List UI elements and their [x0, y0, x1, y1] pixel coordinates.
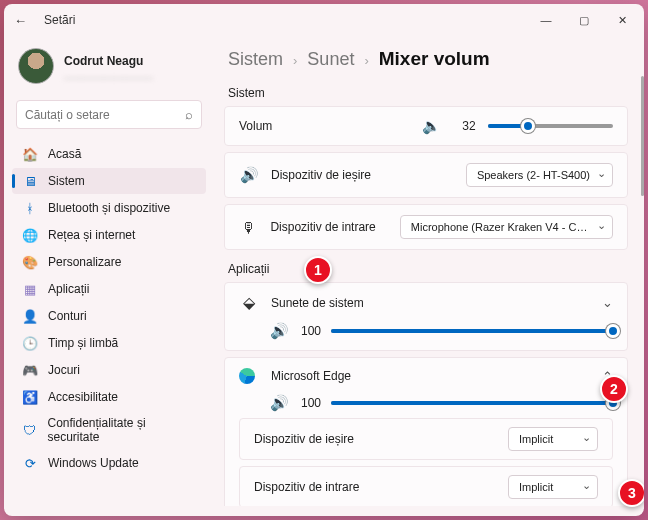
minimize-button[interactable]: —	[534, 14, 558, 27]
volume-label: Volum	[239, 119, 272, 133]
volume-card: Volum 🔈 32	[224, 106, 628, 146]
close-button[interactable]: ✕	[610, 14, 634, 27]
search-box[interactable]: ⌕	[16, 100, 202, 129]
breadcrumb: Sistem › Sunet › Mixer volum	[224, 40, 634, 84]
volume-slider[interactable]	[488, 124, 613, 128]
sidebar-item-8[interactable]: 🎮Jocuri	[12, 357, 206, 383]
nav-icon: ᚼ	[22, 200, 38, 216]
annotation-badge-2: 2	[600, 375, 628, 403]
app-out-label: Dispozitiv de ieșire	[254, 432, 496, 446]
sidebar-item-7[interactable]: 🕒Timp și limbă	[12, 330, 206, 356]
profile-name: Codrut Neagu	[64, 54, 153, 68]
chevron-right-icon: ›	[293, 53, 297, 68]
speaker-device-icon: ⬙	[243, 294, 255, 311]
speaker-icon[interactable]: 🔊	[269, 394, 289, 412]
sidebar-item-9[interactable]: ♿Accesibilitate	[12, 384, 206, 410]
nav-label: Accesibilitate	[48, 390, 118, 404]
profile-email: ________________	[64, 68, 153, 79]
nav-icon: 🛡	[22, 422, 37, 438]
output-device-card: 🔊 Dispozitiv de ieșire Speakers (2- HT-S…	[224, 152, 628, 198]
nav-icon: 🕒	[22, 335, 38, 351]
nav-label: Confidențialitate și securitate	[47, 416, 196, 444]
annotation-badge-1: 1	[304, 256, 332, 284]
nav-icon: 🌐	[22, 227, 38, 243]
nav-label: Acasă	[48, 147, 81, 161]
sidebar-item-6[interactable]: 👤Conturi	[12, 303, 206, 329]
app-name: Microsoft Edge	[271, 369, 590, 383]
app-block-0: ⬙ Sunete de sistem ⌄ 🔊 100	[224, 282, 628, 351]
nav-label: Windows Update	[48, 456, 139, 470]
input-device-card: 🎙 Dispozitiv de intrare Microphone (Raze…	[224, 204, 628, 250]
app-name: Sunete de sistem	[271, 296, 590, 310]
crumb-current: Mixer volum	[379, 48, 490, 70]
nav-label: Timp și limbă	[48, 336, 118, 350]
annotation-badge-3: 3	[618, 479, 644, 507]
section-sistem: Sistem	[224, 84, 628, 106]
sidebar-item-5[interactable]: ▦Aplicații	[12, 276, 206, 302]
app-out-select[interactable]: Implicit	[508, 427, 598, 451]
chevron-down-icon[interactable]: ⌄	[602, 295, 613, 310]
speaker-icon[interactable]: 🔈	[422, 117, 442, 135]
sidebar-item-0[interactable]: 🏠Acasă	[12, 141, 206, 167]
crumb-sunet[interactable]: Sunet	[307, 49, 354, 70]
app-out-device-row: Dispozitiv de ieșire Implicit	[239, 418, 613, 460]
crumb-sistem[interactable]: Sistem	[228, 49, 283, 70]
search-input[interactable]	[25, 108, 179, 122]
sidebar-item-3[interactable]: 🌐Rețea și internet	[12, 222, 206, 248]
profile[interactable]: Codrut Neagu ________________	[12, 42, 206, 98]
app-in-select[interactable]: Implicit	[508, 475, 598, 499]
nav-icon: 👤	[22, 308, 38, 324]
nav-label: Sistem	[48, 174, 85, 188]
sidebar-item-1[interactable]: 🖥Sistem	[12, 168, 206, 194]
section-apps: Aplicații	[224, 260, 628, 282]
back-button[interactable]: ←	[14, 13, 34, 28]
sidebar-item-4[interactable]: 🎨Personalizare	[12, 249, 206, 275]
nav-label: Rețea și internet	[48, 228, 135, 242]
microphone-icon: 🎙	[239, 219, 258, 236]
nav-icon: 🎨	[22, 254, 38, 270]
nav-label: Bluetooth și dispozitive	[48, 201, 170, 215]
nav-icon: ▦	[22, 281, 38, 297]
app-block-1: Microsoft Edge ⌃ 🔊 100 Dispozitiv de ieș…	[224, 357, 628, 506]
nav-icon: ⟳	[22, 455, 38, 471]
app-in-device-row: Dispozitiv de intrare Implicit	[239, 466, 613, 506]
app-volume-slider[interactable]	[331, 329, 613, 333]
scrollbar[interactable]	[638, 76, 644, 508]
output-device-select[interactable]: Speakers (2- HT-S400)	[466, 163, 613, 187]
search-icon: ⌕	[185, 107, 193, 122]
nav-label: Jocuri	[48, 363, 80, 377]
app-volume-slider[interactable]	[331, 401, 613, 405]
edge-icon	[239, 368, 255, 384]
volume-value: 32	[454, 119, 476, 133]
out-device-label: Dispozitiv de ieșire	[271, 168, 371, 182]
chevron-right-icon: ›	[364, 53, 368, 68]
sidebar-item-10[interactable]: 🛡Confidențialitate și securitate	[12, 411, 206, 449]
nav-icon: ♿	[22, 389, 38, 405]
app-vol-num: 100	[299, 324, 321, 338]
nav-label: Aplicații	[48, 282, 89, 296]
nav-label: Personalizare	[48, 255, 121, 269]
avatar	[18, 48, 54, 84]
nav-icon: 🎮	[22, 362, 38, 378]
nav-label: Conturi	[48, 309, 87, 323]
app-in-label: Dispozitiv de intrare	[254, 480, 496, 494]
speaker-icon[interactable]: 🔊	[269, 322, 289, 340]
input-device-select[interactable]: Microphone (Razer Kraken V4 - Chat)	[400, 215, 613, 239]
sidebar-item-11[interactable]: ⟳Windows Update	[12, 450, 206, 476]
nav-icon: 🖥	[22, 173, 38, 189]
nav-icon: 🏠	[22, 146, 38, 162]
speaker-icon: 🔊	[239, 166, 259, 184]
maximize-button[interactable]: ▢	[572, 14, 596, 27]
sidebar-item-2[interactable]: ᚼBluetooth și dispozitive	[12, 195, 206, 221]
app-vol-num: 100	[299, 396, 321, 410]
window-title: Setări	[44, 13, 534, 27]
in-device-label: Dispozitiv de intrare	[270, 220, 375, 234]
